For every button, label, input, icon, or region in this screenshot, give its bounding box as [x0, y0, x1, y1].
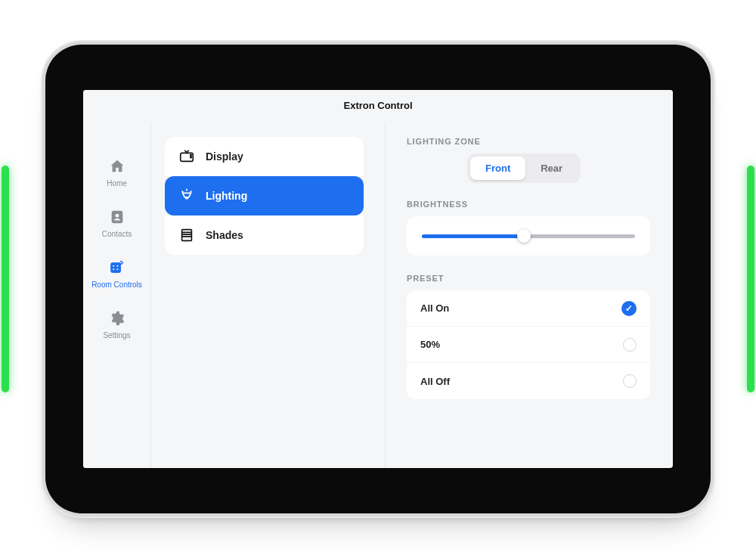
screen: Extron Control Home Contacts	[83, 90, 673, 468]
preset-all-on[interactable]: All On	[407, 290, 650, 327]
radio-unselected-icon	[623, 338, 637, 352]
svg-point-1	[115, 214, 119, 218]
brightness-slider[interactable]	[422, 230, 635, 242]
zone-rear-button[interactable]: Rear	[525, 157, 578, 180]
category-label: Lighting	[206, 190, 247, 202]
details-column: LIGHTING ZONE Front Rear BRIGHTNESS	[386, 122, 673, 468]
preset-label: 50%	[420, 339, 440, 350]
category-shades[interactable]: Shades	[165, 215, 364, 255]
categories-card: Display Lighting Shades	[165, 137, 364, 255]
page-title: Extron Control	[83, 90, 673, 122]
room-controls-icon	[108, 259, 125, 277]
sidenav-item-settings[interactable]: Settings	[103, 310, 130, 339]
preset-card: All On 50% All Off	[407, 290, 650, 399]
sidenav-label: Room Controls	[91, 281, 142, 289]
category-lighting[interactable]: Lighting	[165, 176, 364, 215]
radio-unselected-icon	[623, 374, 637, 388]
category-label: Display	[206, 150, 243, 163]
main-area: Home Contacts Room Controls	[83, 122, 673, 468]
sidenav-item-room-controls[interactable]: Room Controls	[91, 259, 142, 289]
title-text: Extron Control	[344, 100, 413, 111]
svg-rect-2	[111, 263, 121, 273]
check-icon	[621, 301, 637, 316]
preset-section-label: PRESET	[407, 274, 650, 283]
light-icon	[178, 188, 195, 204]
device-frame: Extron Control Home Contacts	[45, 45, 711, 513]
status-led-left	[2, 166, 9, 392]
preset-50[interactable]: 50%	[407, 327, 650, 363]
sidenav-label: Home	[107, 179, 127, 188]
svg-point-8	[191, 154, 191, 155]
preset-label: All On	[420, 302, 449, 314]
brightness-slider-card	[407, 216, 650, 256]
zone-label: Front	[485, 163, 510, 174]
svg-rect-5	[113, 268, 115, 271]
preset-label: All Off	[420, 376, 450, 387]
zone-front-button[interactable]: Front	[470, 157, 525, 180]
category-label: Shades	[206, 229, 243, 241]
svg-rect-12	[182, 230, 192, 241]
slider-fill	[422, 234, 524, 238]
home-icon	[109, 158, 125, 176]
svg-rect-3	[113, 265, 115, 267]
tv-icon	[178, 148, 195, 165]
sidenav-label: Settings	[103, 331, 130, 339]
sidenav-label: Contacts	[102, 230, 132, 238]
svg-rect-6	[116, 268, 119, 271]
zone-label: Rear	[541, 163, 562, 174]
brightness-section-label: BRIGHTNESS	[407, 200, 650, 209]
side-navigation: Home Contacts Room Controls	[83, 122, 151, 468]
zone-toggle: Front Rear	[467, 153, 581, 183]
preset-all-off[interactable]: All Off	[407, 363, 650, 399]
svg-point-9	[191, 157, 191, 157]
category-display[interactable]: Display	[165, 137, 364, 176]
contacts-icon	[109, 209, 125, 227]
sidenav-item-contacts[interactable]: Contacts	[102, 209, 132, 238]
categories-column: Display Lighting Shades	[151, 122, 386, 468]
zone-section-label: LIGHTING ZONE	[407, 137, 650, 146]
shades-icon	[178, 227, 195, 243]
svg-rect-4	[116, 265, 119, 267]
settings-icon	[108, 310, 125, 328]
slider-thumb[interactable]	[517, 229, 531, 243]
sidenav-item-home[interactable]: Home	[107, 158, 127, 188]
status-led-right	[747, 166, 754, 392]
